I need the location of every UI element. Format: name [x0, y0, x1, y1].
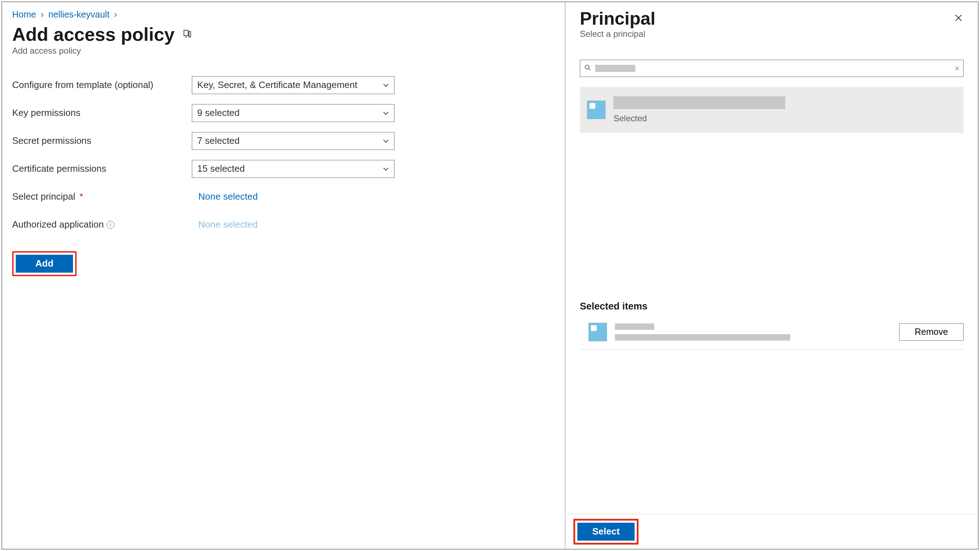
svg-line-6: [589, 68, 590, 70]
page-subtitle: Add access policy: [12, 46, 555, 56]
label-cert-perms: Certificate permissions: [12, 163, 192, 174]
title-row: Add access policy: [12, 25, 555, 44]
label-app: Authorized application i: [12, 219, 192, 230]
principal-none-link[interactable]: None selected: [198, 191, 258, 202]
blade-title: Principal: [580, 9, 655, 28]
search-input[interactable]: ×: [580, 60, 964, 77]
info-icon[interactable]: i: [107, 221, 115, 229]
label-principal-text: Select principal: [12, 191, 75, 202]
remove-button[interactable]: Remove: [899, 324, 964, 341]
select-template[interactable]: Key, Secret, & Certificate Management: [192, 76, 395, 94]
label-app-text: Authorized application: [12, 219, 104, 230]
selected-name-redacted: [615, 324, 654, 330]
breadcrumb-home[interactable]: Home: [12, 9, 36, 19]
select-secret-value: 7 selected: [197, 135, 240, 146]
label-template: Configure from template (optional): [12, 79, 192, 91]
row-app: Authorized application i None selected: [12, 215, 555, 234]
breadcrumb-sep-2: ›: [114, 9, 117, 19]
result-name-redacted: [614, 96, 785, 109]
row-principal: Select principal * None selected: [12, 187, 555, 206]
result-status: Selected: [614, 113, 785, 124]
select-button[interactable]: Select: [578, 523, 635, 541]
form: Configure from template (optional) Key, …: [12, 76, 555, 276]
avatar: [587, 100, 606, 119]
selected-id-redacted: [615, 334, 790, 341]
page-title: Add access policy: [12, 25, 175, 44]
select-cert-value: 15 selected: [197, 163, 245, 174]
row-key-perms: Key permissions 9 selected: [12, 104, 555, 122]
label-key-perms: Key permissions: [12, 107, 192, 118]
window-frame: Home › nellies-keyvault › Add access pol…: [2, 2, 978, 549]
svg-rect-1: [189, 32, 191, 37]
svg-point-5: [585, 65, 589, 69]
app-none-text: None selected: [198, 219, 258, 230]
row-template: Configure from template (optional) Key, …: [12, 76, 555, 94]
required-asterisk: *: [80, 191, 83, 202]
select-button-highlight: Select: [573, 519, 638, 545]
breadcrumb-sep-1: ›: [41, 9, 44, 19]
label-principal: Select principal *: [12, 191, 192, 202]
breadcrumb: Home › nellies-keyvault ›: [12, 9, 555, 20]
blade-subtitle: Select a principal: [580, 29, 655, 39]
chevron-down-icon: [382, 109, 390, 117]
search-icon: [584, 64, 592, 73]
selected-item-row: Remove: [580, 323, 964, 349]
blade-header: Principal Select a principal: [580, 9, 964, 39]
result-body: Selected: [614, 96, 785, 124]
clear-search-icon[interactable]: ×: [955, 64, 959, 73]
select-cert-perms[interactable]: 15 selected: [192, 160, 395, 178]
row-cert-perms: Certificate permissions 15 selected: [12, 160, 555, 178]
svg-rect-0: [184, 30, 188, 36]
row-secret-perms: Secret permissions 7 selected: [12, 132, 555, 150]
close-icon[interactable]: [953, 13, 964, 24]
search-text-redacted: [595, 65, 635, 72]
label-secret-perms: Secret permissions: [12, 135, 192, 146]
chevron-down-icon: [382, 137, 390, 145]
main-pane: Home › nellies-keyvault › Add access pol…: [2, 2, 565, 549]
blade-footer: Select: [566, 514, 978, 549]
chevron-down-icon: [382, 81, 390, 89]
chevron-down-icon: [382, 165, 390, 173]
select-template-value: Key, Secret, & Certificate Management: [197, 79, 358, 91]
select-key-value: 9 selected: [197, 107, 240, 118]
select-secret-perms[interactable]: 7 selected: [192, 132, 395, 150]
selected-items-heading: Selected items: [580, 301, 964, 312]
add-button-highlight: Add: [12, 251, 76, 276]
pin-icon[interactable]: [182, 29, 192, 40]
select-key-perms[interactable]: 9 selected: [192, 104, 395, 122]
add-button[interactable]: Add: [16, 255, 73, 273]
avatar: [589, 323, 607, 341]
breadcrumb-item[interactable]: nellies-keyvault: [48, 9, 110, 19]
search-result-row[interactable]: Selected: [580, 87, 964, 133]
selected-body: [615, 324, 891, 341]
principal-blade: Principal Select a principal × Se: [565, 2, 978, 549]
